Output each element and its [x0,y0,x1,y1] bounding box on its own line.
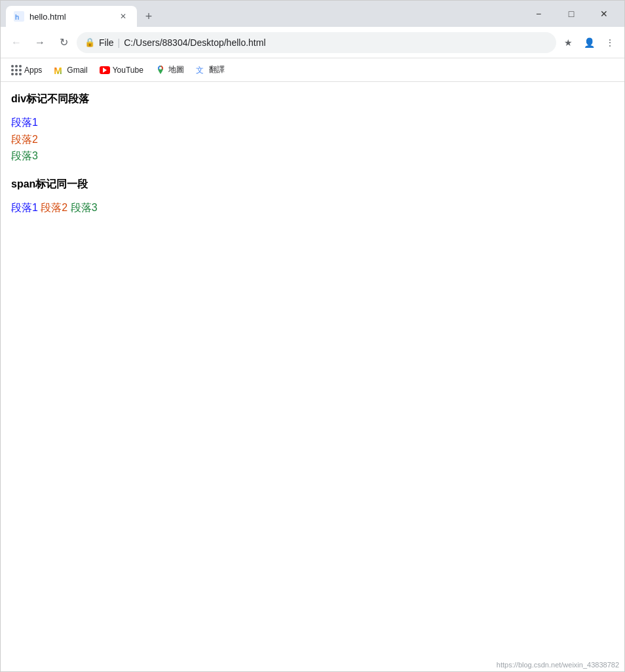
tab-close-button[interactable]: ✕ [117,10,129,22]
span-section: span标记同一段 段落1 段落2 段落3 [11,178,614,216]
reload-button[interactable]: ↻ [53,32,74,53]
bookmark-maps-label: 地圖 [168,64,184,75]
minimize-button[interactable]: − [523,3,554,24]
apps-icon [11,65,22,75]
tab-favicon: h [14,11,24,22]
svg-text:文: 文 [196,66,204,75]
div-heading: div标记不同段落 [11,92,614,106]
bookmark-gmail[interactable]: M Gmail [48,62,92,78]
tab-title: hello.html [29,12,112,22]
bookmark-translate-label: 翻譯 [209,64,225,75]
div-para-3: 段落3 [11,148,614,165]
div-section: div标记不同段落 段落1 段落2 段落3 [11,92,614,165]
new-tab-button[interactable]: + [140,7,158,26]
browser-window: h hello.html ✕ + − □ ✕ ← → ↻ 🔒 File | C:… [0,0,625,672]
svg-text:h: h [15,13,19,21]
address-url: C:/Users/88304/Desktop/hello.html [124,37,548,48]
active-tab[interactable]: h hello.html ✕ [6,6,137,27]
bookmark-youtube-label: YouTube [113,66,143,75]
bookmark-apps[interactable]: Apps [6,62,47,78]
forward-button[interactable]: → [29,32,50,53]
address-bar[interactable]: 🔒 File | C:/Users/88304/Desktop/hello.ht… [77,32,556,53]
maps-icon [155,65,166,75]
bookmark-gmail-label: Gmail [67,66,87,75]
maximize-button[interactable]: □ [556,3,586,24]
span-text-2: 段落2 [41,202,70,213]
window-controls: − □ ✕ [518,1,624,27]
address-protocol: File [99,37,114,48]
bookmark-button[interactable]: ★ [559,33,577,52]
bookmark-apps-label: Apps [24,66,42,75]
lock-icon: 🔒 [85,37,95,47]
svg-point-2 [159,67,162,69]
page-content: div标记不同段落 段落1 段落2 段落3 span标记同一段 段落1 段落2 … [1,82,624,671]
account-button[interactable]: 👤 [580,33,598,52]
status-hint: https://blog.csdn.net/weixin_43838782 [497,661,619,669]
navbar: ← → ↻ 🔒 File | C:/Users/88304/Desktop/he… [1,27,624,58]
youtube-play-icon [103,68,107,73]
address-separator: | [118,37,121,48]
span-heading: span标记同一段 [11,178,614,191]
translate-icon: 文 [196,65,206,75]
close-button[interactable]: ✕ [589,3,619,24]
bookmark-maps[interactable]: 地圖 [150,62,189,78]
div-para-2: 段落2 [11,131,614,148]
youtube-icon [100,66,110,74]
menu-button[interactable]: ⋮ [601,33,619,52]
bookmarks-bar: Apps M Gmail YouTube [1,58,624,82]
bookmark-translate[interactable]: 文 翻譯 [191,62,230,78]
div-para-1: 段落1 [11,114,614,131]
titlebar: h hello.html ✕ + − □ ✕ [1,1,624,27]
tab-area: h hello.html ✕ + [1,1,518,27]
gmail-icon: M [54,65,64,75]
span-text-3: 段落3 [71,202,98,213]
span-text-1: 段落1 [11,202,41,213]
back-button[interactable]: ← [6,32,27,53]
span-line: 段落1 段落2 段落3 [11,199,614,216]
bookmark-youtube[interactable]: YouTube [94,63,149,77]
